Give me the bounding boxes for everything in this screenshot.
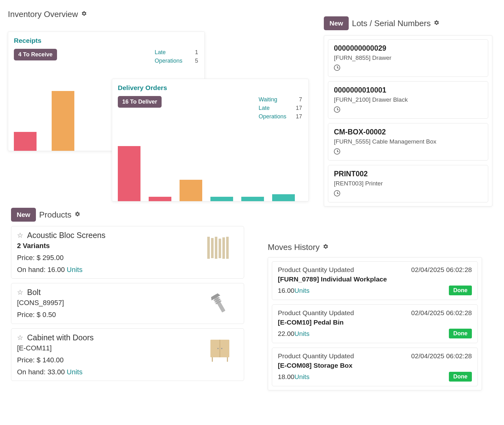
lot-number: 0000000000029 xyxy=(334,44,482,53)
product-name: Acoustic Bloc Screens xyxy=(27,231,106,240)
svg-rect-2 xyxy=(215,237,217,259)
units-link[interactable]: Units xyxy=(295,287,310,294)
chart-bar xyxy=(180,180,202,201)
receipts-title: Receipts xyxy=(14,37,199,44)
moves-list: Product Quantity Updated02/04/2025 06:02… xyxy=(268,257,482,390)
products-header: New Products xyxy=(11,208,244,222)
clock-icon xyxy=(334,148,340,155)
clock-icon xyxy=(334,106,340,113)
gear-icon[interactable] xyxy=(434,20,439,27)
chart-bar xyxy=(118,146,140,201)
move-product: [E-COM08] Storage Box xyxy=(278,362,472,369)
inventory-overview-title: Inventory Overview xyxy=(8,9,78,19)
product-image xyxy=(201,231,239,265)
move-quantity: 16.00Units xyxy=(278,287,309,294)
lots-header: New Lots / Serial Numbers xyxy=(324,16,492,30)
svg-rect-4 xyxy=(222,237,225,259)
lot-card[interactable]: CM-BOX-00002[FURN_5555] Cable Management… xyxy=(328,123,488,161)
move-card[interactable]: Product Quantity Updated02/04/2025 06:02… xyxy=(272,304,478,343)
lot-card[interactable]: 0000000010001[FURN_2100] Drawer Black xyxy=(328,81,488,119)
stat-value: 17 xyxy=(295,104,302,112)
product-onhand: On hand: 16.00 Units xyxy=(17,266,238,274)
units-link[interactable]: Units xyxy=(67,266,83,274)
delivery-stats: Waiting7 Late17 Operations17 xyxy=(259,95,302,121)
chart-bar xyxy=(210,197,233,201)
svg-rect-0 xyxy=(207,237,210,259)
stat-value: 17 xyxy=(295,112,302,121)
move-card[interactable]: Product Quantity Updated02/04/2025 06:02… xyxy=(272,348,478,386)
chart-bar xyxy=(241,197,264,201)
new-product-button[interactable]: New xyxy=(11,208,36,222)
moves-title: Moves History xyxy=(268,242,320,252)
svg-rect-3 xyxy=(219,239,221,258)
moves-section: Moves History Product Quantity Updated02… xyxy=(268,242,482,390)
units-link[interactable]: Units xyxy=(67,368,83,376)
lot-number: 0000000010001 xyxy=(334,86,482,94)
receipts-stats: Late1 Operations5 xyxy=(155,48,198,65)
product-image xyxy=(201,288,239,322)
move-quantity: 18.00Units xyxy=(278,373,309,381)
product-name: Bolt xyxy=(27,288,41,297)
stat-value: 1 xyxy=(191,48,198,57)
delivery-card: Delivery Orders 16 To Deliver Waiting7 L… xyxy=(112,79,309,201)
lot-description: [FURN_2100] Drawer Black xyxy=(334,96,482,103)
lot-card[interactable]: 0000000000029[FURN_8855] Drawer xyxy=(328,39,488,77)
stat-label: Late xyxy=(259,104,287,112)
stat-label: Operations xyxy=(259,112,287,121)
lot-description: [FURN_5555] Cable Management Box xyxy=(334,138,482,145)
gear-icon[interactable] xyxy=(81,11,87,18)
move-time: 02/04/2025 06:02:28 xyxy=(411,352,472,360)
move-time: 02/04/2025 06:02:28 xyxy=(411,266,472,274)
status-badge: Done xyxy=(449,372,472,382)
moves-header: Moves History xyxy=(268,242,482,252)
inventory-overview-header: Inventory Overview xyxy=(8,9,323,19)
move-action: Product Quantity Updated xyxy=(278,309,354,317)
star-icon[interactable]: ☆ xyxy=(17,231,23,240)
lots-list: 0000000000029[FURN_8855] Drawer000000001… xyxy=(324,35,492,207)
clock-icon xyxy=(334,65,340,71)
delivery-to-deliver-button[interactable]: 16 To Deliver xyxy=(118,96,162,108)
inventory-overview-section: Inventory Overview Receipts 4 To Receive… xyxy=(8,9,323,24)
units-link[interactable]: Units xyxy=(295,373,310,380)
star-icon[interactable]: ☆ xyxy=(17,334,23,342)
product-name: Cabinet with Doors xyxy=(27,333,94,342)
svg-rect-1 xyxy=(211,238,214,258)
lot-number: CM-BOX-00002 xyxy=(334,128,482,136)
chart-bar xyxy=(272,194,295,201)
move-action: Product Quantity Updated xyxy=(278,266,354,274)
chart-bar xyxy=(14,132,37,151)
chart-bar xyxy=(149,197,171,201)
gear-icon[interactable] xyxy=(323,244,329,251)
product-onhand: On hand: 33.00 Units xyxy=(17,368,238,376)
star-icon[interactable]: ☆ xyxy=(17,288,23,297)
units-link[interactable]: Units xyxy=(295,330,310,337)
chart-bar xyxy=(52,91,74,151)
product-image xyxy=(201,333,239,367)
svg-rect-5 xyxy=(226,237,229,259)
lot-card[interactable]: PRINT002[RENT003] Printer xyxy=(328,165,488,202)
move-card[interactable]: Product Quantity Updated02/04/2025 06:02… xyxy=(272,261,478,300)
gear-icon[interactable] xyxy=(75,211,80,218)
lots-title: Lots / Serial Numbers xyxy=(352,19,431,28)
delivery-title: Delivery Orders xyxy=(118,84,303,92)
move-time: 02/04/2025 06:02:28 xyxy=(411,309,472,317)
lots-section: New Lots / Serial Numbers 0000000000029[… xyxy=(324,16,492,207)
receipts-to-receive-button[interactable]: 4 To Receive xyxy=(14,49,57,60)
stat-value: 5 xyxy=(191,57,198,65)
svg-point-13 xyxy=(217,348,219,349)
lot-description: [RENT003] Printer xyxy=(334,180,482,187)
product-card[interactable]: ☆Acoustic Bloc Screens2 VariantsPrice: $… xyxy=(11,226,244,279)
svg-point-14 xyxy=(221,348,222,349)
delivery-chart xyxy=(118,144,303,201)
new-lot-button[interactable]: New xyxy=(324,16,349,30)
product-card[interactable]: ☆Bolt[CONS_89957]Price: $ 0.50 xyxy=(11,283,244,324)
stat-label: Waiting xyxy=(259,95,287,104)
product-card[interactable]: ☆Cabinet with Doors[E-COM11]Price: $ 140… xyxy=(11,328,244,381)
stat-value: 7 xyxy=(295,95,302,104)
move-quantity: 22.00Units xyxy=(278,330,309,337)
move-action: Product Quantity Updated xyxy=(278,352,354,360)
move-product: [FURN_0789] Individual Workplace xyxy=(278,275,472,283)
stat-label: Operations xyxy=(155,57,183,65)
clock-icon xyxy=(334,190,340,196)
products-title: Products xyxy=(39,210,72,220)
